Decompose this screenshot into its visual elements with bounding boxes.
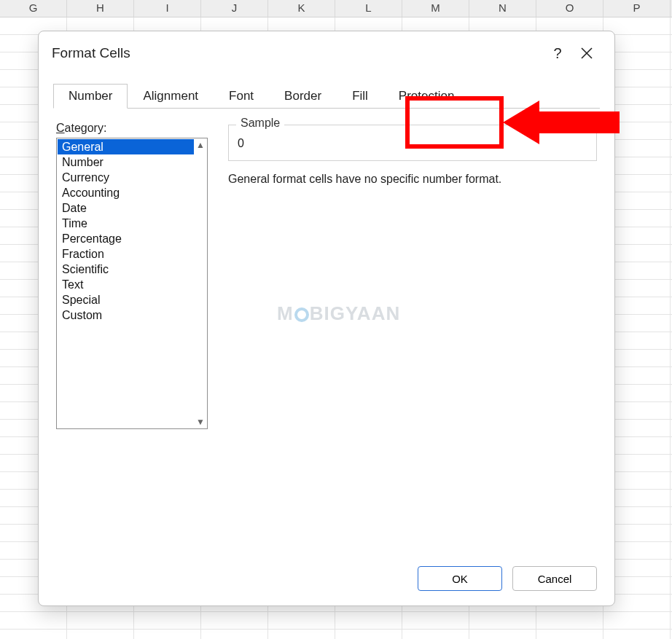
cancel-button[interactable]: Cancel <box>512 566 597 591</box>
help-button[interactable]: ? <box>543 42 572 65</box>
category-item[interactable]: Custom <box>58 307 194 323</box>
close-button[interactable] <box>572 42 601 65</box>
category-item[interactable]: Special <box>58 292 194 307</box>
dialog-tabs: NumberAlignmentFontBorderFillProtection <box>53 84 600 109</box>
category-item[interactable]: Scientific <box>58 262 194 277</box>
format-cells-dialog: Format Cells ? NumberAlignmentFontBorder… <box>38 31 615 606</box>
column-header[interactable]: P <box>603 0 671 17</box>
category-listbox[interactable]: GeneralNumberCurrencyAccountingDateTimeP… <box>56 138 208 429</box>
scroll-up-icon[interactable]: ▲ <box>195 139 206 151</box>
sample-label: Sample <box>236 117 284 130</box>
category-item[interactable]: Percentage <box>58 231 194 246</box>
column-header[interactable]: H <box>67 0 134 17</box>
category-item[interactable]: Accounting <box>58 185 194 200</box>
category-item[interactable]: Currency <box>58 170 194 185</box>
tab-border[interactable]: Border <box>269 84 337 109</box>
column-header[interactable]: G <box>0 0 67 17</box>
dialog-body: Category: GeneralNumberCurrencyAccountin… <box>39 109 614 554</box>
dialog-footer: OK Cancel <box>39 554 614 605</box>
category-label: Category: <box>56 122 209 135</box>
sample-group: Sample 0 <box>228 125 597 161</box>
dialog-title: Format Cells <box>52 45 543 61</box>
column-header[interactable]: O <box>536 0 603 17</box>
dialog-titlebar: Format Cells ? <box>39 31 614 71</box>
column-header[interactable]: K <box>268 0 335 17</box>
category-item[interactable]: Text <box>58 277 194 292</box>
sample-value: 0 <box>238 130 587 150</box>
column-header[interactable]: M <box>402 0 469 17</box>
format-description: General format cells have no specific nu… <box>228 173 597 186</box>
column-header[interactable]: J <box>201 0 268 17</box>
tab-alignment[interactable]: Alignment <box>128 84 214 109</box>
category-item[interactable]: Time <box>58 216 194 231</box>
column-header[interactable]: L <box>335 0 402 17</box>
ok-button[interactable]: OK <box>418 566 502 591</box>
column-header[interactable]: I <box>134 0 201 17</box>
column-headers: GHIJKLMNOP <box>0 0 672 17</box>
scroll-down-icon[interactable]: ▼ <box>195 416 206 428</box>
column-header[interactable]: N <box>469 0 536 17</box>
category-item[interactable]: Fraction <box>58 246 194 262</box>
tab-protection[interactable]: Protection <box>383 84 470 109</box>
close-icon <box>581 47 593 59</box>
category-item[interactable]: Number <box>58 154 194 170</box>
tab-number[interactable]: Number <box>53 84 128 109</box>
category-item[interactable]: Date <box>58 200 194 216</box>
tab-fill[interactable]: Fill <box>337 84 383 109</box>
tab-font[interactable]: Font <box>214 84 269 109</box>
category-item[interactable]: General <box>58 139 194 154</box>
